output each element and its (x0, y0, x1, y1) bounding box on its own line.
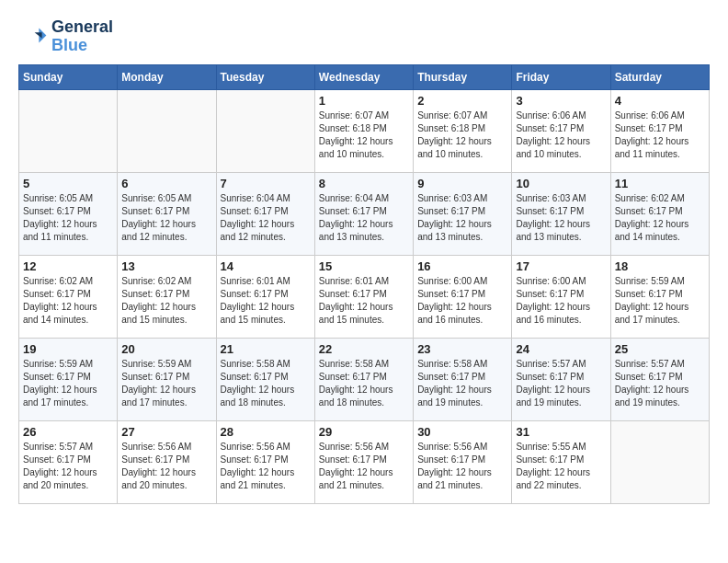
day-info: Sunrise: 6:01 AMSunset: 6:17 PMDaylight:… (221, 275, 311, 327)
calendar-cell: 8Sunrise: 6:04 AMSunset: 6:17 PMDaylight… (314, 172, 413, 255)
calendar-cell: 30Sunrise: 5:56 AMSunset: 6:17 PMDayligh… (414, 420, 512, 503)
day-info: Sunrise: 6:02 AMSunset: 6:17 PMDaylight:… (121, 275, 211, 327)
header: GeneralBlue (18, 18, 710, 55)
day-number: 7 (221, 177, 311, 190)
day-info: Sunrise: 5:56 AMSunset: 6:17 PMDaylight:… (417, 441, 507, 492)
day-number: 11 (615, 177, 705, 190)
day-info: Sunrise: 6:07 AMSunset: 6:18 PMDaylight:… (319, 109, 409, 161)
day-info: Sunrise: 6:04 AMSunset: 6:17 PMDaylight:… (221, 192, 311, 244)
day-number: 21 (221, 342, 311, 356)
day-number: 14 (221, 259, 311, 273)
day-info: Sunrise: 6:03 AMSunset: 6:17 PMDaylight:… (516, 192, 606, 244)
calendar-cell: 21Sunrise: 5:58 AMSunset: 6:17 PMDayligh… (216, 338, 314, 420)
day-info: Sunrise: 6:00 AMSunset: 6:17 PMDaylight:… (516, 275, 606, 327)
day-number: 30 (417, 425, 507, 439)
day-info: Sunrise: 6:02 AMSunset: 6:17 PMDaylight:… (23, 275, 113, 327)
calendar-week-5: 26Sunrise: 5:57 AMSunset: 6:17 PMDayligh… (19, 420, 710, 503)
calendar-cell: 28Sunrise: 5:56 AMSunset: 6:17 PMDayligh… (216, 420, 314, 503)
day-info: Sunrise: 6:05 AMSunset: 6:17 PMDaylight:… (23, 192, 113, 244)
day-number: 3 (516, 94, 606, 108)
logo-icon (18, 22, 48, 52)
day-info: Sunrise: 5:58 AMSunset: 6:17 PMDaylight:… (417, 358, 507, 409)
day-number: 27 (121, 425, 211, 439)
day-number: 6 (121, 177, 211, 190)
calendar-week-2: 5Sunrise: 6:05 AMSunset: 6:17 PMDaylight… (19, 172, 710, 255)
calendar-cell: 26Sunrise: 5:57 AMSunset: 6:17 PMDayligh… (19, 420, 118, 503)
day-info: Sunrise: 5:56 AMSunset: 6:17 PMDaylight:… (319, 441, 409, 492)
calendar-cell: 7Sunrise: 6:04 AMSunset: 6:17 PMDaylight… (216, 172, 314, 255)
day-info: Sunrise: 5:58 AMSunset: 6:17 PMDaylight:… (319, 358, 409, 409)
day-info: Sunrise: 5:55 AMSunset: 6:17 PMDaylight:… (516, 441, 606, 492)
day-number: 25 (615, 342, 705, 356)
calendar-week-1: 1Sunrise: 6:07 AMSunset: 6:18 PMDaylight… (19, 89, 710, 172)
day-header-wednesday: Wednesday (314, 64, 413, 89)
calendar-cell: 17Sunrise: 6:00 AMSunset: 6:17 PMDayligh… (512, 255, 610, 338)
day-number: 1 (319, 94, 409, 108)
day-header-saturday: Saturday (610, 64, 709, 89)
calendar-cell: 10Sunrise: 6:03 AMSunset: 6:17 PMDayligh… (512, 172, 610, 255)
day-header-thursday: Thursday (414, 64, 512, 89)
calendar: SundayMondayTuesdayWednesdayThursdayFrid… (18, 64, 710, 504)
day-number: 5 (23, 177, 113, 190)
calendar-cell: 1Sunrise: 6:07 AMSunset: 6:18 PMDaylight… (314, 89, 413, 172)
logo-text: GeneralBlue (51, 18, 113, 55)
day-header-friday: Friday (512, 64, 610, 89)
calendar-cell: 20Sunrise: 5:59 AMSunset: 6:17 PMDayligh… (118, 338, 216, 420)
calendar-cell (610, 420, 709, 503)
calendar-cell: 12Sunrise: 6:02 AMSunset: 6:17 PMDayligh… (19, 255, 118, 338)
calendar-cell: 22Sunrise: 5:58 AMSunset: 6:17 PMDayligh… (314, 338, 413, 420)
calendar-cell (19, 89, 118, 172)
calendar-week-4: 19Sunrise: 5:59 AMSunset: 6:17 PMDayligh… (19, 338, 710, 420)
day-header-sunday: Sunday (19, 64, 118, 89)
day-info: Sunrise: 6:06 AMSunset: 6:17 PMDaylight:… (615, 109, 705, 161)
day-info: Sunrise: 6:06 AMSunset: 6:17 PMDaylight:… (516, 109, 606, 161)
day-number: 23 (417, 342, 507, 356)
day-info: Sunrise: 5:59 AMSunset: 6:17 PMDaylight:… (23, 358, 113, 409)
day-number: 19 (23, 342, 113, 356)
day-number: 10 (516, 177, 606, 190)
day-number: 24 (516, 342, 606, 356)
calendar-cell: 14Sunrise: 6:01 AMSunset: 6:17 PMDayligh… (216, 255, 314, 338)
day-info: Sunrise: 6:05 AMSunset: 6:17 PMDaylight:… (121, 192, 211, 244)
day-number: 29 (319, 425, 409, 439)
calendar-cell: 2Sunrise: 6:07 AMSunset: 6:18 PMDaylight… (414, 89, 512, 172)
day-number: 13 (121, 259, 211, 273)
calendar-cell: 18Sunrise: 5:59 AMSunset: 6:17 PMDayligh… (610, 255, 709, 338)
day-info: Sunrise: 6:02 AMSunset: 6:17 PMDaylight:… (615, 192, 705, 244)
day-number: 18 (615, 259, 705, 273)
day-number: 22 (319, 342, 409, 356)
day-info: Sunrise: 5:57 AMSunset: 6:17 PMDaylight:… (516, 358, 606, 409)
calendar-cell: 6Sunrise: 6:05 AMSunset: 6:17 PMDaylight… (118, 172, 216, 255)
day-number: 12 (23, 259, 113, 273)
calendar-cell: 24Sunrise: 5:57 AMSunset: 6:17 PMDayligh… (512, 338, 610, 420)
calendar-cell: 23Sunrise: 5:58 AMSunset: 6:17 PMDayligh… (414, 338, 512, 420)
day-info: Sunrise: 5:59 AMSunset: 6:17 PMDaylight:… (615, 275, 705, 327)
day-info: Sunrise: 5:56 AMSunset: 6:17 PMDaylight:… (221, 441, 311, 492)
day-info: Sunrise: 6:03 AMSunset: 6:17 PMDaylight:… (417, 192, 507, 244)
day-number: 17 (516, 259, 606, 273)
day-header-monday: Monday (118, 64, 216, 89)
day-number: 8 (319, 177, 409, 190)
day-number: 4 (615, 94, 705, 108)
day-number: 9 (417, 177, 507, 190)
day-info: Sunrise: 6:00 AMSunset: 6:17 PMDaylight:… (417, 275, 507, 327)
day-info: Sunrise: 5:56 AMSunset: 6:17 PMDaylight:… (121, 441, 211, 492)
day-number: 28 (221, 425, 311, 439)
calendar-cell: 13Sunrise: 6:02 AMSunset: 6:17 PMDayligh… (118, 255, 216, 338)
calendar-week-3: 12Sunrise: 6:02 AMSunset: 6:17 PMDayligh… (19, 255, 710, 338)
calendar-cell: 4Sunrise: 6:06 AMSunset: 6:17 PMDaylight… (610, 89, 709, 172)
day-info: Sunrise: 5:58 AMSunset: 6:17 PMDaylight:… (221, 358, 311, 409)
day-number: 2 (417, 94, 507, 108)
day-number: 26 (23, 425, 113, 439)
calendar-cell: 19Sunrise: 5:59 AMSunset: 6:17 PMDayligh… (19, 338, 118, 420)
day-info: Sunrise: 5:57 AMSunset: 6:17 PMDaylight:… (615, 358, 705, 409)
calendar-cell: 15Sunrise: 6:01 AMSunset: 6:17 PMDayligh… (314, 255, 413, 338)
calendar-cell: 31Sunrise: 5:55 AMSunset: 6:17 PMDayligh… (512, 420, 610, 503)
calendar-cell: 25Sunrise: 5:57 AMSunset: 6:17 PMDayligh… (610, 338, 709, 420)
calendar-cell: 29Sunrise: 5:56 AMSunset: 6:17 PMDayligh… (314, 420, 413, 503)
calendar-cell (216, 89, 314, 172)
day-info: Sunrise: 5:59 AMSunset: 6:17 PMDaylight:… (121, 358, 211, 409)
calendar-cell: 16Sunrise: 6:00 AMSunset: 6:17 PMDayligh… (414, 255, 512, 338)
logo: GeneralBlue (18, 18, 113, 55)
calendar-cell: 9Sunrise: 6:03 AMSunset: 6:17 PMDaylight… (414, 172, 512, 255)
